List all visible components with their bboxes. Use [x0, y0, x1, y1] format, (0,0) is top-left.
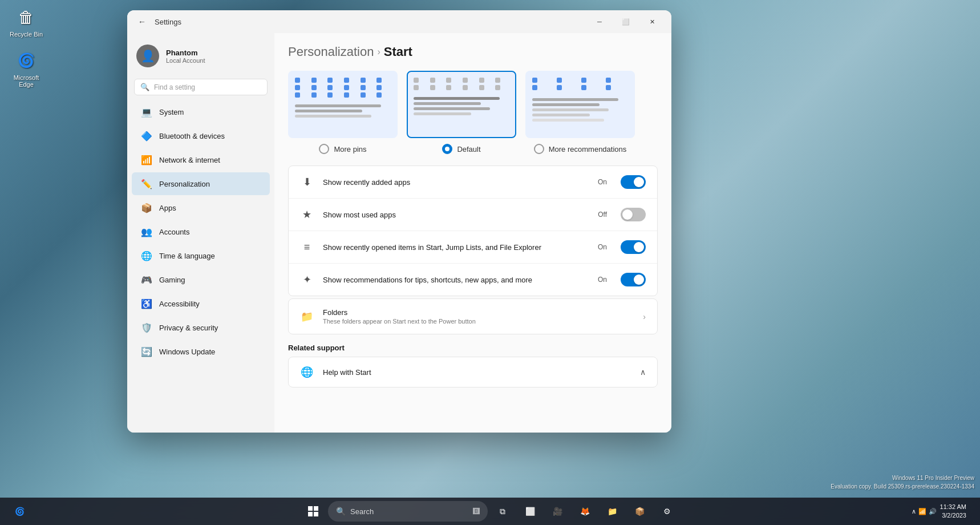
clock-date: 3/2/2023	[940, 511, 966, 520]
radio-circle-more-pins	[319, 144, 329, 154]
window-controls: ─ ⬜ ✕	[587, 13, 665, 31]
cortana-button[interactable]: 🌀	[7, 499, 32, 524]
close-button[interactable]: ✕	[639, 13, 665, 31]
user-name: Phantom	[166, 49, 205, 57]
taskbar-search-icon: 🔍	[336, 507, 346, 516]
sidebar-item-network[interactable]: 📶 Network & internet	[132, 148, 270, 171]
sidebar-item-system[interactable]: 💻 System	[132, 100, 270, 123]
personalization-icon: ✏️	[141, 178, 152, 189]
sidebar-item-apps[interactable]: 📦 Apps	[132, 196, 270, 219]
recently-added-toggle[interactable]	[621, 175, 646, 189]
update-icon: 🔄	[141, 346, 152, 357]
taskbar-right: ∧ 📶 🔊 11:32 AM 3/2/2023	[912, 503, 973, 520]
edge-icon[interactable]: 🌀 Microsoft Edge	[6, 49, 47, 88]
recommendations-label: Show recommendations for tips, shortcuts…	[323, 276, 589, 284]
layout-preview-default	[407, 71, 516, 138]
settings-search-input[interactable]	[154, 83, 261, 91]
most-used-toggle[interactable]	[621, 208, 646, 221]
recommendations-status: On	[598, 276, 607, 284]
watermark: Windows 11 Pro Insider Preview Evaluatio…	[831, 474, 974, 491]
teams-button[interactable]: 🎥	[545, 499, 570, 524]
apps-icon: 📦	[141, 202, 152, 213]
recently-added-status: On	[598, 178, 607, 186]
settings-row-recently-added: ⬇ Show recently added apps On	[289, 166, 657, 199]
layout-more-recommendations[interactable]: More recommendations	[525, 71, 635, 154]
recommendations-toggle[interactable]	[621, 273, 646, 286]
title-bar: ← Settings ─ ⬜ ✕	[127, 10, 671, 33]
task-view-button[interactable]: ⧉	[490, 499, 515, 524]
help-icon: 🌐	[300, 365, 314, 379]
layout-more-pins[interactable]: More pins	[288, 71, 398, 154]
settings-row-most-used: ★ Show most used apps Off	[289, 199, 657, 231]
sidebar-label-bluetooth: Bluetooth & devices	[159, 132, 225, 140]
taskbar-search-label: Search	[350, 507, 374, 516]
sidebar-label-accessibility: Accessibility	[159, 300, 200, 308]
sidebar-label-gaming: Gaming	[159, 276, 185, 284]
edge-taskbar-button[interactable]: 🦊	[572, 499, 597, 524]
settings-search-box[interactable]: 🔍	[134, 79, 268, 95]
sidebar-item-privacy[interactable]: 🛡️ Privacy & security	[132, 316, 270, 339]
user-account-type: Local Account	[166, 57, 205, 64]
main-content: Personalization › Start	[274, 33, 671, 433]
radio-circle-more-rec	[534, 144, 544, 154]
breadcrumb-current: Start	[384, 45, 412, 59]
user-profile[interactable]: 👤 Phantom Local Account	[127, 38, 274, 76]
clock[interactable]: 11:32 AM 3/2/2023	[940, 503, 966, 520]
layout-default[interactable]: Default	[407, 71, 516, 154]
maximize-button[interactable]: ⬜	[613, 13, 638, 31]
back-button[interactable]: ←	[134, 14, 150, 30]
sidebar-label-accounts: Accounts	[159, 228, 189, 236]
recently-opened-toggle[interactable]	[621, 240, 646, 254]
recycle-bin-label: Recycle Bin	[10, 31, 43, 38]
settings-window: ← Settings ─ ⬜ ✕ 👤 Phantom Local Account	[127, 10, 671, 433]
sidebar-item-bluetooth[interactable]: 🔷 Bluetooth & devices	[132, 124, 270, 147]
radio-label-more-pins: More pins	[334, 145, 366, 154]
start-button[interactable]	[301, 499, 326, 524]
taskbar-center: 🔍 Search 🅱 ⧉ ⬜ 🎥 🦊 📁 📦 ⚙	[301, 499, 679, 524]
breadcrumb: Personalization › Start	[288, 45, 658, 59]
settings-body: 👤 Phantom Local Account 🔍 💻 System 🔷 Blu…	[127, 33, 671, 433]
recently-added-icon: ⬇	[300, 175, 314, 189]
sidebar: 👤 Phantom Local Account 🔍 💻 System 🔷 Blu…	[127, 33, 274, 433]
volume-icon[interactable]: 🔊	[929, 508, 937, 515]
radio-more-pins[interactable]: More pins	[319, 144, 366, 154]
recently-opened-status: On	[598, 243, 607, 251]
desktop-icons-container: 🗑 Recycle Bin 🌀 Microsoft Edge	[6, 6, 47, 88]
bing-icon: 🅱	[473, 507, 480, 515]
radio-label-more-rec: More recommendations	[549, 145, 627, 154]
edge-image: 🌀	[15, 49, 38, 72]
help-label: Help with Start	[323, 368, 631, 377]
sidebar-item-time[interactable]: 🌐 Time & language	[132, 244, 270, 267]
user-info: Phantom Local Account	[166, 49, 205, 64]
chevron-icon[interactable]: ∧	[912, 508, 916, 515]
explorer-button[interactable]: 📁	[600, 499, 625, 524]
recently-opened-label: Show recently opened items in Start, Jum…	[323, 243, 589, 252]
radio-default[interactable]: Default	[442, 144, 480, 154]
taskbar-left: 🌀	[7, 499, 32, 524]
sidebar-item-accessibility[interactable]: ♿ Accessibility	[132, 292, 270, 315]
folders-row[interactable]: 📁 Folders These folders appear on Start …	[289, 299, 657, 334]
minimize-button[interactable]: ─	[587, 13, 612, 31]
sidebar-item-personalization[interactable]: ✏️ Personalization	[132, 172, 270, 195]
help-row[interactable]: 🌐 Help with Start ∧	[288, 357, 658, 387]
folders-text: Folders These folders appear on Start ne…	[323, 308, 634, 325]
recycle-bin-icon[interactable]: 🗑 Recycle Bin	[6, 6, 47, 38]
network-tray-icon[interactable]: 📶	[918, 508, 926, 515]
layout-preview-more-rec	[525, 71, 635, 138]
layout-preview-more-pins	[288, 71, 398, 138]
folders-icon: 📁	[300, 310, 314, 324]
toggle-knob	[634, 274, 644, 285]
folders-title: Folders	[323, 308, 634, 317]
breadcrumb-parent[interactable]: Personalization	[288, 45, 374, 59]
settings-taskbar-button[interactable]: ⚙	[654, 499, 679, 524]
sidebar-item-update[interactable]: 🔄 Windows Update	[132, 340, 270, 363]
radio-more-recommendations[interactable]: More recommendations	[534, 144, 627, 154]
search-icon: 🔍	[140, 83, 149, 91]
most-used-status: Off	[598, 211, 607, 219]
store-button[interactable]: 📦	[627, 499, 652, 524]
taskbar-search-bar[interactable]: 🔍 Search 🅱	[328, 501, 488, 522]
widgets-button[interactable]: ⬜	[517, 499, 542, 524]
sidebar-item-gaming[interactable]: 🎮 Gaming	[132, 268, 270, 291]
sidebar-item-accounts[interactable]: 👥 Accounts	[132, 220, 270, 243]
taskbar: 🌀 🔍 Search 🅱 ⧉ ⬜ 🎥 🦊 📁 📦 ⚙ ∧ 📶 🔊 11	[0, 498, 980, 525]
